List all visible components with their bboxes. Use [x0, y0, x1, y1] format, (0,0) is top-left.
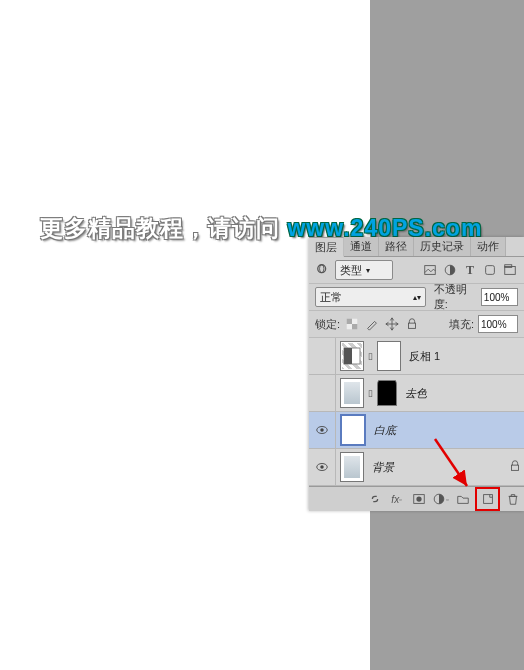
- svg-rect-8: [352, 324, 357, 329]
- delete-layer-button[interactable]: [503, 490, 522, 508]
- tab-history[interactable]: 历史记录: [414, 237, 471, 256]
- add-mask-button[interactable]: [409, 490, 428, 508]
- visibility-toggle[interactable]: [309, 449, 336, 485]
- tab-layers[interactable]: 图层: [309, 237, 344, 257]
- eye-icon: [315, 423, 329, 437]
- adjustment-thumb[interactable]: [340, 341, 364, 371]
- lock-row: 锁定: 填充: 100%: [309, 311, 524, 338]
- lock-all-icon[interactable]: [404, 316, 420, 332]
- layer-row[interactable]: ▯ 去色: [309, 375, 524, 412]
- filter-image-icon[interactable]: [422, 262, 438, 278]
- layers-footer: fx▫ ▫: [309, 486, 524, 511]
- link-layers-button[interactable]: [365, 490, 384, 508]
- filter-row: 类型▾ T: [309, 257, 524, 284]
- link-icon: ▯: [366, 351, 375, 361]
- filter-shape-icon[interactable]: [482, 262, 498, 278]
- visibility-toggle[interactable]: [309, 375, 336, 411]
- tab-actions[interactable]: 动作: [471, 237, 506, 256]
- layer-thumb[interactable]: [340, 414, 366, 446]
- layer-name[interactable]: 背景: [368, 460, 394, 475]
- layer-thumb[interactable]: [340, 452, 364, 482]
- filter-type-icon[interactable]: T: [462, 262, 478, 278]
- svg-rect-2: [425, 266, 436, 275]
- visibility-toggle[interactable]: [309, 412, 336, 448]
- layer-row[interactable]: 白底: [309, 412, 524, 449]
- fill-label: 填充:: [449, 317, 474, 332]
- svg-rect-18: [512, 465, 519, 470]
- lock-position-icon[interactable]: [384, 316, 400, 332]
- new-layer-button[interactable]: [478, 490, 497, 508]
- fx-button[interactable]: fx▫: [387, 490, 406, 508]
- filter-kind-select[interactable]: 类型▾: [335, 260, 393, 280]
- chevron-updown-icon: ▴▾: [413, 293, 421, 302]
- lock-label: 锁定:: [315, 317, 340, 332]
- new-group-button[interactable]: [453, 490, 472, 508]
- svg-rect-4: [486, 266, 495, 275]
- svg-rect-10: [347, 324, 352, 329]
- panel-tabs: 图层 通道 路径 历史记录 动作: [309, 237, 524, 257]
- layer-name[interactable]: 去色: [401, 386, 427, 401]
- blend-mode-select[interactable]: 正常 ▴▾: [315, 287, 426, 307]
- new-adjustment-button[interactable]: ▫: [431, 490, 450, 508]
- svg-rect-7: [347, 319, 352, 324]
- svg-rect-13: [344, 348, 352, 364]
- search-icon[interactable]: [315, 262, 331, 278]
- svg-point-17: [320, 465, 324, 469]
- mask-thumb[interactable]: [377, 341, 401, 371]
- tab-paths[interactable]: 路径: [379, 237, 414, 256]
- svg-point-20: [416, 496, 421, 501]
- layer-name[interactable]: 白底: [370, 423, 396, 438]
- fill-input[interactable]: 100%: [478, 315, 518, 333]
- mask-thumb[interactable]: [377, 380, 397, 406]
- svg-point-15: [320, 428, 324, 432]
- new-layer-highlight: [475, 487, 500, 511]
- lock-transparency-icon[interactable]: [344, 316, 360, 332]
- layer-thumb[interactable]: [340, 378, 364, 408]
- svg-point-0: [318, 265, 326, 273]
- chevron-down-icon: ▾: [366, 266, 370, 275]
- svg-rect-11: [409, 323, 416, 328]
- eye-icon: [315, 460, 329, 474]
- filter-kind-label: 类型: [340, 263, 362, 278]
- opacity-label: 不透明度:: [434, 282, 477, 312]
- svg-rect-22: [483, 495, 492, 504]
- blend-row: 正常 ▴▾ 不透明度: 100%: [309, 284, 524, 311]
- lock-icon: [506, 459, 524, 475]
- lock-paint-icon[interactable]: [364, 316, 380, 332]
- layers-panel: 图层 通道 路径 历史记录 动作 类型▾ T 正常 ▴▾ 不透明度: 100% …: [309, 237, 524, 511]
- visibility-toggle[interactable]: [309, 338, 336, 374]
- svg-rect-9: [352, 319, 357, 324]
- blend-mode-label: 正常: [320, 290, 342, 305]
- filter-adjust-icon[interactable]: [442, 262, 458, 278]
- filter-smart-icon[interactable]: [502, 262, 518, 278]
- layers-list: ▯ 反相 1 ▯ 去色 白底: [309, 338, 524, 486]
- layer-row[interactable]: 背景: [309, 449, 524, 486]
- tab-channels[interactable]: 通道: [344, 237, 379, 256]
- watermark-text: 更多精品教程，请访问: [40, 215, 287, 241]
- svg-point-1: [320, 265, 324, 273]
- link-icon: ▯: [366, 388, 375, 398]
- layer-row[interactable]: ▯ 反相 1: [309, 338, 524, 375]
- layer-name[interactable]: 反相 1: [405, 349, 440, 364]
- opacity-input[interactable]: 100%: [481, 288, 518, 306]
